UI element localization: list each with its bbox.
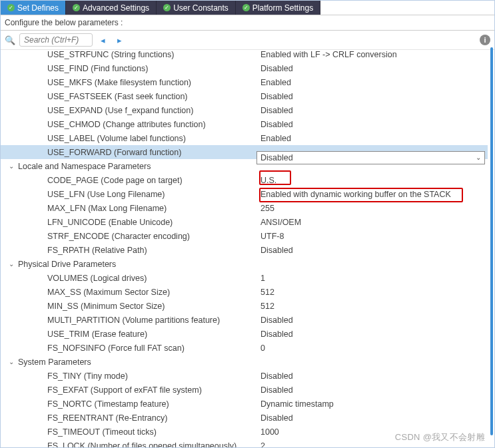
tab-label: Set Defines	[17, 3, 59, 13]
parameter-value[interactable]: Disabled	[260, 385, 488, 395]
parameter-label: USE_LABEL (Volume label functions)	[47, 134, 260, 143]
parameter-label: CODE_PAGE (Code page on target)	[47, 176, 260, 185]
parameter-value[interactable]: Enabled	[260, 134, 488, 143]
parameter-value[interactable]: Enabled with dynamic working buffer on t…	[260, 190, 488, 199]
parameter-label: FS_RPATH (Relative Path)	[47, 246, 260, 255]
tab-label: User Constants	[173, 3, 229, 13]
parameter-value[interactable]: Disabled	[260, 371, 488, 381]
parameter-label: FS_REENTRANT (Re-Entrancy)	[47, 413, 260, 423]
parameter-value[interactable]: Disabled	[260, 330, 488, 339]
parameter-value[interactable]: Enabled with LF -> CRLF conversion	[260, 50, 488, 59]
search-input[interactable]	[19, 33, 93, 47]
parameter-row[interactable]: USE_FASTSEEK (Fast seek function)Disable…	[1, 89, 488, 103]
parameter-row[interactable]: USE_TRIM (Erase feature)Disabled	[1, 327, 488, 341]
tab-platform-settings[interactable]: ✓Platform Settings	[236, 1, 320, 15]
parameter-row[interactable]: USE_EXPAND (Use f_expand function)Disabl…	[1, 103, 488, 117]
parameter-value[interactable]: Disabled	[260, 316, 488, 325]
parameter-value[interactable]: 0	[260, 343, 488, 353]
parameter-value[interactable]: ANSI/OEM	[260, 218, 488, 227]
group-label: Locale and Namespace Parameters	[18, 162, 151, 171]
parameter-row[interactable]: USE_MKFS (Make filesystem function)Enabl…	[1, 75, 488, 89]
parameter-label: FS_TINY (Tiny mode)	[47, 371, 260, 381]
prev-match-button[interactable]: ◂	[97, 35, 109, 45]
tab-label: Platform Settings	[252, 3, 313, 13]
info-icon[interactable]: i	[480, 35, 490, 45]
parameter-label: USE_MKFS (Make filesystem function)	[47, 78, 260, 87]
parameter-value[interactable]: Disabled	[260, 106, 488, 115]
parameter-value[interactable]: U.S.	[260, 176, 488, 185]
scrollbar-track[interactable]	[490, 47, 493, 447]
group-label: System Parameters	[18, 357, 91, 367]
parameter-row[interactable]: FS_REENTRANT (Re-Entrancy)Disabled	[1, 411, 488, 425]
value-dropdown[interactable]: Disabled⌄	[256, 151, 485, 164]
parameter-label: FS_EXFAT (Support of exFAT file system)	[47, 385, 260, 395]
parameter-row[interactable]: FS_TIMEOUT (Timeout ticks)1000	[1, 425, 488, 439]
group-header[interactable]: ⌄System Parameters	[1, 355, 488, 369]
parameter-label: USE_TRIM (Erase feature)	[47, 330, 260, 339]
search-icon[interactable]: 🔍	[5, 35, 15, 45]
parameter-value[interactable]: Disabled	[260, 246, 488, 255]
parameter-row[interactable]: FS_LOCK (Number of files opened simultan…	[1, 439, 488, 447]
parameter-value[interactable]: UTF-8	[260, 232, 488, 241]
parameter-value[interactable]: Disabled	[260, 120, 488, 129]
parameter-label: MAX_SS (Maximum Sector Size)	[47, 288, 260, 297]
parameter-row[interactable]: CODE_PAGE (Code page on target)U.S.	[1, 173, 488, 187]
parameter-value[interactable]: 512	[260, 288, 488, 297]
chevron-down-icon: ⌄	[476, 154, 481, 161]
parameter-value[interactable]: 512	[260, 302, 488, 311]
parameter-label: USE_FASTSEEK (Fast seek function)	[47, 92, 260, 101]
parameter-row[interactable]: MAX_SS (Maximum Sector Size)512	[1, 285, 488, 299]
next-match-button[interactable]: ▸	[113, 35, 126, 45]
parameter-label: USE_LFN (Use Long Filename)	[47, 190, 260, 199]
parameter-label: MULTI_PARTITION (Volume partitions featu…	[47, 316, 260, 325]
parameter-value[interactable]: Dynamic timestamp	[260, 399, 488, 409]
parameter-row[interactable]: FS_TINY (Tiny mode)Disabled	[1, 369, 488, 383]
parameter-label: FS_NORTC (Timestamp feature)	[47, 399, 260, 409]
group-label: Physical Drive Parameters	[18, 260, 116, 269]
parameter-value[interactable]: Enabled	[260, 78, 488, 87]
chevron-down-icon: ⌄	[1, 358, 18, 365]
parameter-label: USE_EXPAND (Use f_expand function)	[47, 106, 260, 115]
tab-user-constants[interactable]: ✓User Constants	[157, 1, 236, 15]
parameter-value[interactable]: Disabled	[260, 92, 488, 101]
parameter-value[interactable]: 2	[260, 441, 488, 448]
parameter-row[interactable]: USE_FIND (Find functions)Disabled	[1, 61, 488, 75]
parameter-value[interactable]: Disabled	[260, 64, 488, 73]
parameter-label: FS_LOCK (Number of files opened simultan…	[47, 441, 260, 448]
parameter-label: MAX_LFN (Max Long Filename)	[47, 204, 260, 213]
parameter-row[interactable]: FS_EXFAT (Support of exFAT file system)D…	[1, 383, 488, 397]
parameter-row[interactable]: USE_LABEL (Volume label functions)Enable…	[1, 131, 488, 145]
parameter-row[interactable]: USE_FORWARD (Forward function)Disabled⌄	[1, 145, 488, 159]
tab-set-defines[interactable]: ✓Set Defines	[1, 1, 66, 15]
check-icon: ✓	[163, 4, 171, 11]
parameter-row[interactable]: FS_NOFSINFO (Force full FAT scan)0	[1, 341, 488, 355]
parameter-row[interactable]: LFN_UNICODE (Enable Unicode)ANSI/OEM	[1, 215, 488, 229]
parameter-row[interactable]: STRF_ENCODE (Character encoding)UTF-8	[1, 229, 488, 243]
parameter-row[interactable]: MAX_LFN (Max Long Filename)255	[1, 201, 488, 215]
tab-bar: ✓Set Defines✓Advanced Settings✓User Cons…	[1, 1, 494, 15]
scrollbar-thumb[interactable]	[490, 47, 493, 435]
chevron-down-icon: ⌄	[1, 162, 18, 170]
parameter-value[interactable]: 1	[260, 274, 488, 283]
parameter-row[interactable]: MIN_SS (Minimum Sector Size)512	[1, 299, 488, 313]
subtitle: Configure the below parameters :	[1, 15, 494, 31]
parameter-row[interactable]: USE_CHMOD (Change attributes function)Di…	[1, 117, 488, 131]
parameter-label: MIN_SS (Minimum Sector Size)	[47, 302, 260, 311]
parameter-value[interactable]: 1000	[260, 427, 488, 437]
parameter-row[interactable]: MULTI_PARTITION (Volume partitions featu…	[1, 313, 488, 327]
parameter-row[interactable]: FS_NORTC (Timestamp feature)Dynamic time…	[1, 397, 488, 411]
parameter-row[interactable]: USE_LFN (Use Long Filename)Enabled with …	[1, 187, 488, 201]
parameter-label: VOLUMES (Logical drives)	[47, 274, 260, 283]
parameter-label: USE_CHMOD (Change attributes function)	[47, 120, 260, 129]
group-header[interactable]: ⌄Physical Drive Parameters	[1, 257, 488, 271]
parameter-row[interactable]: FS_RPATH (Relative Path)Disabled	[1, 243, 488, 257]
tab-advanced-settings[interactable]: ✓Advanced Settings	[66, 1, 157, 15]
parameter-label: USE_FORWARD (Forward function)	[47, 148, 260, 157]
parameter-row[interactable]: USE_STRFUNC (String functions)Enabled wi…	[1, 47, 488, 61]
check-icon: ✓	[7, 4, 15, 11]
parameter-tree: USE_STRFUNC (String functions)Enabled wi…	[1, 47, 494, 447]
tab-label: Advanced Settings	[83, 3, 149, 13]
parameter-row[interactable]: VOLUMES (Logical drives)1	[1, 271, 488, 285]
parameter-value[interactable]: 255	[260, 204, 488, 213]
parameter-value[interactable]: Disabled	[260, 413, 488, 423]
